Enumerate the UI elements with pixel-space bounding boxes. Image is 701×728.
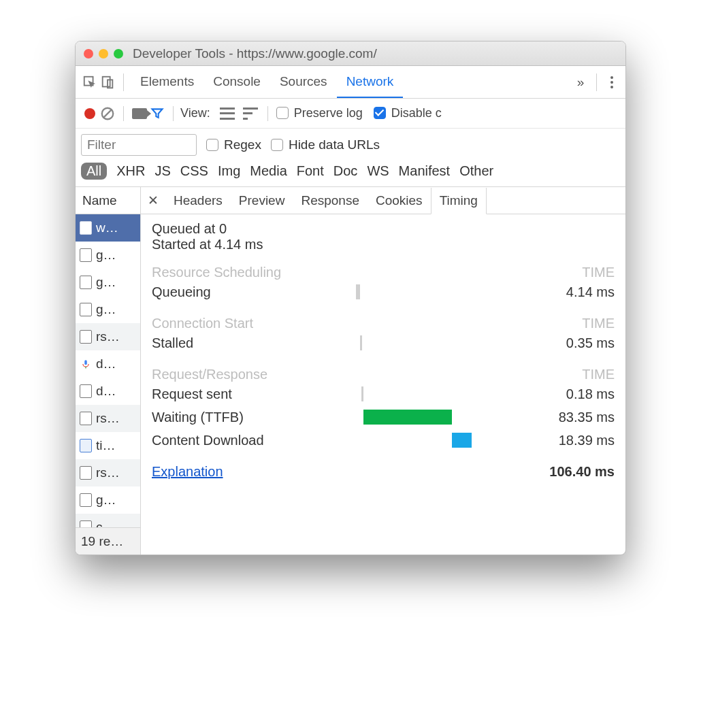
timing-queued: Queued at 0 [152, 221, 615, 237]
request-row[interactable]: g… [76, 296, 140, 323]
traffic-lights [84, 49, 123, 59]
request-row[interactable]: rs… [76, 405, 140, 432]
timing-explanation-link[interactable]: Explanation [152, 464, 223, 480]
view-large-icon[interactable] [218, 105, 236, 122]
request-row[interactable]: g… [76, 269, 140, 296]
timing-queueing-value: 4.14 ms [478, 284, 615, 300]
more-tabs-icon[interactable]: » [572, 75, 589, 90]
request-name: rs… [96, 411, 136, 426]
filter-all[interactable]: All [81, 163, 107, 180]
request-name: g… [96, 493, 136, 508]
minimize-window-icon[interactable] [99, 49, 108, 59]
request-name: ti… [96, 438, 136, 453]
request-row[interactable]: rs… [76, 323, 140, 350]
file-icon [80, 384, 92, 398]
svg-rect-5 [84, 360, 87, 365]
file-icon [80, 412, 92, 425]
ttfb-bar [363, 410, 452, 425]
hide-data-urls-checkbox[interactable]: Hide data URLs [271, 137, 380, 152]
download-bar [452, 433, 472, 448]
tab-sources[interactable]: Sources [270, 66, 337, 98]
name-column-header[interactable]: Name [76, 187, 140, 214]
filter-other[interactable]: Other [459, 163, 493, 179]
disable-cache-checkbox[interactable]: Disable c [374, 106, 442, 120]
window-title: Developer Tools - https://www.google.com… [133, 46, 377, 61]
tab-elements[interactable]: Elements [131, 66, 203, 98]
request-row[interactable]: g… [76, 486, 140, 514]
detail-tab-preview[interactable]: Preview [231, 187, 293, 214]
request-name: d… [96, 384, 136, 399]
request-row[interactable]: ti… [76, 432, 140, 459]
mic-icon [80, 357, 92, 371]
filter-input[interactable] [81, 134, 197, 156]
timing-stalled-label: Stalled [152, 335, 356, 351]
filter-js[interactable]: JS [154, 163, 170, 179]
more-options-icon[interactable] [604, 74, 620, 90]
timing-total: 106.40 ms [549, 464, 615, 480]
detail-tab-response[interactable]: Response [293, 187, 368, 214]
filter-font[interactable]: Font [297, 163, 324, 179]
reqsent-bar [361, 386, 363, 401]
queueing-bar [356, 284, 360, 299]
timing-group-reqresp: Request/Response [152, 367, 267, 382]
filter-doc[interactable]: Doc [333, 163, 358, 179]
preserve-log-checkbox[interactable]: Preserve log [276, 106, 363, 120]
inspect-element-icon[interactable] [81, 73, 99, 91]
timing-group-scheduling: Resource Scheduling [152, 265, 281, 280]
request-name: g… [96, 302, 136, 317]
timing-reqsent-value: 0.18 ms [478, 386, 615, 402]
filter-css[interactable]: CSS [180, 163, 208, 179]
view-label: View: [180, 106, 210, 120]
filter-img[interactable]: Img [218, 163, 240, 179]
detail-tab-cookies[interactable]: Cookies [368, 187, 431, 214]
request-row[interactable]: rs… [76, 459, 140, 486]
tab-network[interactable]: Network [337, 66, 404, 98]
timing-queueing-label: Queueing [152, 284, 356, 300]
file-icon [80, 276, 92, 289]
timing-download-value: 18.39 ms [478, 433, 615, 448]
svg-line-4 [103, 109, 112, 118]
regex-checkbox[interactable]: Regex [206, 137, 261, 152]
file-icon [80, 248, 92, 262]
request-name: d… [96, 357, 136, 371]
request-name: w… [96, 220, 136, 235]
tab-console[interactable]: Console [203, 66, 270, 98]
filter-manifest[interactable]: Manifest [399, 163, 451, 179]
panel-tabs: Elements Console Sources Network [131, 66, 572, 98]
timing-stalled-value: 0.35 ms [478, 335, 615, 351]
request-row[interactable]: g… [76, 242, 140, 269]
timing-group-connection: Connection Start [152, 316, 253, 331]
request-row[interactable]: w… [76, 214, 140, 242]
timing-started: Started at 4.14 ms [152, 237, 615, 252]
view-small-icon[interactable] [242, 105, 259, 122]
svg-rect-1 [103, 76, 110, 86]
request-row[interactable]: d… [76, 378, 140, 405]
request-row[interactable]: c… [76, 514, 140, 527]
filter-row: Regex Hide data URLs [76, 129, 625, 159]
device-toggle-icon[interactable] [99, 73, 116, 91]
capture-screenshot-icon[interactable] [131, 105, 148, 122]
timing-ttfb-value: 83.35 ms [478, 410, 615, 425]
clear-icon[interactable] [99, 105, 116, 122]
file-icon [80, 303, 92, 316]
maximize-window-icon[interactable] [114, 49, 123, 59]
timing-download-label: Content Download [152, 433, 356, 448]
filter-xhr[interactable]: XHR [116, 163, 145, 179]
request-detail-pane: ✕ Headers Preview Response Cookies Timin… [141, 187, 625, 555]
request-list-column: Name w…g…g…g…rs…d…d…rs…ti…rs…g…c… 19 re… [76, 187, 141, 555]
record-icon[interactable] [84, 108, 95, 119]
filter-ws[interactable]: WS [367, 163, 389, 179]
close-window-icon[interactable] [84, 49, 93, 59]
request-name: g… [96, 275, 136, 290]
filter-media[interactable]: Media [250, 163, 287, 179]
file-icon [80, 221, 92, 235]
close-detail-icon[interactable]: ✕ [141, 193, 165, 208]
detail-tab-timing[interactable]: Timing [431, 188, 487, 214]
detail-tab-headers[interactable]: Headers [165, 187, 231, 214]
file-icon [80, 520, 92, 528]
timing-reqsent-label: Request sent [152, 386, 356, 402]
keyboard-icon [80, 439, 92, 452]
request-row[interactable]: d… [76, 350, 140, 378]
stalled-bar [360, 335, 362, 350]
devtools-window: Developer Tools - https://www.google.com… [75, 41, 626, 555]
